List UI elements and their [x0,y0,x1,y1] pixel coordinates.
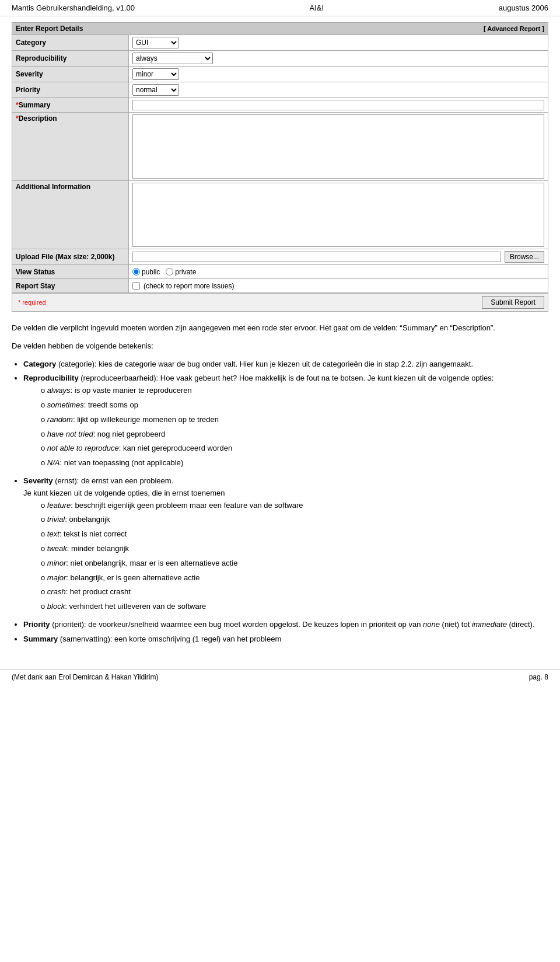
list-item-priority: Priority (prioriteit): de voorkeur/snelh… [23,619,548,631]
report-stay-value: (check to report more issues) [129,279,548,292]
summary-value [129,98,548,112]
required-note: * required [16,299,482,306]
additional-info-label: Additional Information [12,181,129,249]
view-status-row: View Status public private [12,265,548,279]
submit-button[interactable]: Submit Report [482,296,544,309]
description-row: *Description [12,113,548,181]
sub-major: major: belangrijk, er is geen alternatie… [41,572,548,584]
severity-row: Severity feature trivial text tweak mino… [12,67,548,82]
list-item-summary: Summary (samenvatting): een korte omschr… [23,633,548,646]
main-content: Enter Report Details [ Advanced Report ]… [0,16,560,657]
additional-info-value [129,181,548,249]
sub-have-not-tried: have not tried: nog niet geprobeerd [41,428,548,441]
report-stay-checkbox-label: (check to report more issues) [144,282,234,290]
priority-value: none low normal high urgent immediate [129,82,548,97]
view-status-label: View Status [12,265,129,278]
severity-select[interactable]: feature trivial text tweak minor major c… [132,68,179,80]
browse-button[interactable]: Browse... [505,251,544,263]
sub-feature: feature: beschrijft eigenlijk geen probl… [41,500,548,512]
sub-not-able: not able to reproduce: kan niet gereprod… [41,442,548,455]
summary-input[interactable] [132,100,544,110]
category-row: Category GUI Backend UI [12,35,548,51]
priority-label: Priority [12,82,129,97]
category-select[interactable]: GUI Backend UI [132,37,179,48]
description-value [129,113,548,180]
additional-info-row: Additional Information [12,181,548,249]
upload-file-input[interactable] [132,252,501,262]
report-stay-checkbox[interactable] [132,282,140,290]
fields-list: Category (categorie): kies de categorie … [23,358,548,646]
sub-minor: minor: niet onbelangrijk, maar er is een… [41,557,548,570]
severity-value: feature trivial text tweak minor major c… [129,67,548,82]
category-label: Category [12,35,129,50]
priority-row: Priority none low normal high urgent imm… [12,82,548,98]
severity-sub-list: feature: beschrijft eigenlijk geen probl… [41,500,548,613]
private-radio-label[interactable]: private [166,268,196,276]
sub-block: block: verhindert het uitleveren van de … [41,601,548,613]
sub-crash: crash: het product crasht [41,586,548,598]
list-item-reproducibility: Reproducibility (reproduceerbaarheid): H… [23,372,548,469]
reproducibility-sub-list: always: is op vaste manier te reproducer… [41,385,548,469]
header-left: Mantis Gebruikershandleiding, v1.00 [12,4,135,12]
header-center: AI&I [310,4,324,12]
private-radio[interactable] [166,268,173,276]
priority-select[interactable]: none low normal high urgent immediate [132,84,179,96]
upload-file-row: Upload File (Max size: 2,000k) Browse... [12,249,548,265]
report-stay-checkbox-group: (check to report more issues) [132,282,234,290]
category-value: GUI Backend UI [129,35,548,50]
upload-file-label: Upload File (Max size: 2,000k) [12,249,129,264]
sub-trivial: trivial: onbelangrijk [41,514,548,526]
list-item-category: Category (categorie): kies de categorie … [23,358,548,371]
additional-info-textarea[interactable] [132,183,544,247]
sub-na: N/A: niet van toepassing (not applicable… [41,457,548,469]
footer-left: (Met dank aan Erol Demircan & Hakan Yild… [12,673,158,681]
description-label: *Description [12,113,129,180]
reproducibility-value: always sometimes random have not tried n… [129,51,548,66]
summary-row: *Summary [12,98,548,113]
reproducibility-select[interactable]: always sometimes random have not tried n… [132,53,213,64]
section-intro: De velden hebben de volgende betekenis: [12,340,548,353]
page-header: Mantis Gebruikershandleiding, v1.00 AI&I… [0,0,560,16]
upload-file-value: Browse... [129,249,548,264]
reproducibility-label: Reproducibility [12,51,129,66]
description-textarea[interactable] [132,114,544,179]
public-radio[interactable] [132,268,140,276]
header-right: augustus 2006 [499,4,548,12]
view-status-radio-group: public private [132,268,196,276]
sub-sometimes: sometimes: treedt soms op [41,399,548,412]
public-radio-label[interactable]: public [132,268,160,276]
reproducibility-row: Reproducibility always sometimes random … [12,51,548,67]
report-stay-row: Report Stay (check to report more issues… [12,279,548,293]
form-title: Enter Report Details [16,25,83,33]
body-text: De velden die verplicht ingevuld moeten … [12,322,548,646]
summary-label: *Summary [12,98,129,112]
sub-tweak: tweak: minder belangrijk [41,543,548,555]
intro-paragraph: De velden die verplicht ingevuld moeten … [12,322,548,334]
submit-row: * required Submit Report [12,293,548,311]
sub-always: always: is op vaste manier te reproducer… [41,385,548,397]
report-form: Enter Report Details [ Advanced Report ]… [12,22,548,312]
list-item-severity: Severity (ernst): de ernst van een probl… [23,475,548,613]
view-status-value: public private [129,265,548,278]
footer-right: pag. 8 [529,673,548,681]
page-footer: (Met dank aan Erol Demircan & Hakan Yild… [0,669,560,685]
advanced-report-link[interactable]: [ Advanced Report ] [484,25,544,32]
form-header: Enter Report Details [ Advanced Report ] [12,23,548,35]
report-stay-label: Report Stay [12,279,129,292]
sub-text: text: tekst is niet correct [41,528,548,541]
sub-random: random: lijkt op willekeurige momenen op… [41,414,548,426]
severity-label: Severity [12,67,129,82]
